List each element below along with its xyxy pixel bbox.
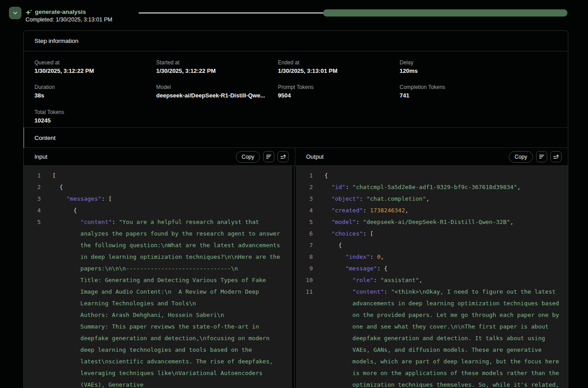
code-text: "created": 1738246342,: [324, 205, 568, 216]
field-label: Ended at: [278, 59, 400, 66]
code-text: {: [324, 240, 568, 251]
timeline-duration-bar[interactable]: [323, 9, 567, 17]
output-scroll-top-button[interactable]: [550, 151, 562, 162]
step-detail-panel: Step information Queued at1/30/2025, 3:1…: [23, 30, 568, 388]
code-line: 5"content": "You are a helpful research …: [24, 216, 292, 388]
output-panel-header: Output Copy: [295, 148, 568, 165]
field-label: Total Tokens: [34, 109, 156, 115]
field-value: 1/30/2025, 3:12:22 PM: [34, 67, 156, 74]
line-number: 3: [24, 193, 41, 205]
output-wrap-text-button[interactable]: [536, 151, 547, 162]
info-field: Modeldeepseek-ai/DeepSeek-R1-Distill-Qwe…: [156, 84, 278, 102]
step-information-header: Step information: [24, 31, 568, 51]
field-value: 741: [400, 92, 521, 99]
info-field: Duration38s: [34, 84, 156, 102]
code-line: 7{: [296, 240, 568, 251]
field-value: 10245: [34, 117, 156, 124]
info-field: Delay120ms: [400, 59, 521, 78]
code-text: "id": "chatcmpl-5a5d2e8e-adf1-9329-bf9c-…: [324, 181, 568, 193]
code-text: "message": {: [324, 263, 568, 274]
code-line: 8"index": 0,: [296, 251, 568, 263]
scroll-top-icon: [553, 153, 559, 160]
line-number: 10: [296, 274, 313, 286]
line-number: 3: [296, 193, 313, 205]
code-line: 9"message": {: [296, 263, 568, 274]
line-number: 11: [296, 286, 313, 298]
line-number: 1: [24, 170, 41, 181]
run-header: generate-analysis Completed: 1/30/2025, …: [0, 0, 588, 26]
code-text: "object": "chat.completion",: [324, 193, 568, 205]
code-line: 1{: [296, 170, 568, 181]
field-label: Started at: [156, 59, 278, 66]
line-number: 5: [24, 216, 41, 228]
code-text: {: [324, 170, 568, 181]
info-field: Prompt Tokens9504: [278, 84, 400, 102]
info-field: Ended at1/30/2025, 3:13:01 PM: [278, 59, 400, 78]
field-value: 120ms: [400, 67, 521, 74]
info-field: Total Tokens10245: [34, 109, 156, 127]
code-line: 10"role": "assistant",: [296, 274, 568, 286]
code-line: 2"id": "chatcmpl-5a5d2e8e-adf1-9329-bf9c…: [296, 181, 568, 193]
panel-splitter[interactable]: [292, 166, 296, 388]
info-field: Completion Tokens741: [400, 84, 521, 102]
input-panel-title: Input: [34, 153, 47, 160]
content-title: Content: [34, 135, 55, 141]
field-value: 38s: [34, 92, 156, 99]
info-field: Started at1/30/2025, 3:12:22 PM: [156, 59, 278, 78]
collapse-step-button[interactable]: [9, 7, 21, 19]
line-number: 4: [296, 205, 313, 216]
code-text: "index": 0,: [324, 251, 568, 263]
line-number: 2: [296, 181, 313, 193]
field-label: Completion Tokens: [400, 84, 521, 90]
code-line: 4{: [24, 205, 292, 216]
line-number: 9: [296, 263, 313, 274]
code-text: "content": "<think>\nOkay, I need to fig…: [324, 286, 568, 388]
info-field: Queued at1/30/2025, 3:12:22 PM: [34, 59, 156, 78]
step-info-grid: Queued at1/30/2025, 3:12:22 PMStarted at…: [24, 51, 568, 127]
field-label: Prompt Tokens: [278, 84, 400, 90]
chevron-down-icon: [13, 10, 18, 16]
line-number: 2: [24, 181, 41, 193]
input-copy-button[interactable]: Copy: [236, 151, 260, 163]
code-text: {: [52, 181, 292, 193]
line-number: 1: [296, 170, 313, 181]
input-code-editor[interactable]: 1[2{3"messages": [4{5"content": "You are…: [24, 166, 292, 388]
output-copy-button[interactable]: Copy: [509, 151, 533, 163]
code-line: 4"created": 1738246342,: [296, 205, 568, 216]
field-label: Model: [156, 84, 278, 90]
input-toolbar: Copy: [236, 151, 289, 163]
field-label: Queued at: [34, 59, 156, 66]
input-scroll-top-button[interactable]: [277, 151, 289, 162]
code-text: [: [52, 170, 292, 181]
content-section-header: Content: [24, 127, 568, 148]
field-value: 1/30/2025, 3:13:01 PM: [278, 67, 400, 74]
input-panel-header: Input Copy: [24, 148, 295, 165]
code-line: 5"model": "deepseek-ai/DeepSeek-R1-Disti…: [296, 216, 568, 228]
code-line: 3"messages": [: [24, 193, 292, 205]
line-number: 8: [296, 251, 313, 263]
input-wrap-text-button[interactable]: [263, 151, 274, 162]
field-value: deepseek-ai/DeepSeek-R1-Distill-Qwe...: [156, 92, 278, 99]
code-split-view: 1[2{3"messages": [4{5"content": "You are…: [24, 166, 568, 388]
field-value: 1/30/2025, 3:12:22 PM: [156, 67, 278, 74]
line-number: 5: [296, 216, 313, 228]
output-panel-title: Output: [306, 153, 324, 160]
step-title: generate-analysis: [35, 8, 86, 15]
line-number: 6: [296, 228, 313, 240]
output-code-editor[interactable]: 1{2"id": "chatcmpl-5a5d2e8e-adf1-9329-bf…: [296, 166, 568, 388]
line-number: 4: [24, 205, 41, 216]
step-status: Completed: 1/30/2025, 3:13:01 PM: [26, 17, 112, 23]
sparkles-icon: [25, 8, 33, 17]
code-line: 11"content": "<think>\nOkay, I need to f…: [296, 286, 568, 388]
io-panels-header: Input Copy Output Copy: [24, 148, 568, 166]
code-text: {: [52, 205, 292, 216]
field-label: Duration: [34, 84, 156, 90]
scroll-top-icon: [280, 153, 286, 160]
code-line: 6"choices": [: [296, 228, 568, 240]
line-number: 7: [296, 240, 313, 251]
code-line: 1[: [24, 170, 292, 181]
timeline-track: [139, 13, 324, 13]
field-label: Delay: [400, 59, 521, 66]
code-line: 3"object": "chat.completion",: [296, 193, 568, 205]
code-text: "role": "assistant",: [324, 274, 568, 286]
